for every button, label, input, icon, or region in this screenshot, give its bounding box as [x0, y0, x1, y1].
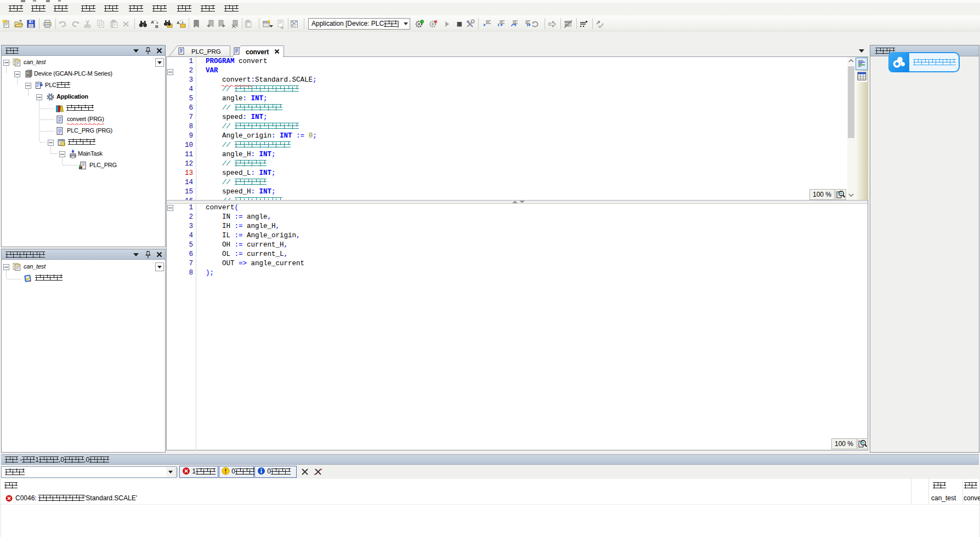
svg-text:A: A — [177, 20, 180, 25]
svg-text:A: A — [151, 20, 154, 25]
svg-text:B: B — [155, 24, 158, 29]
